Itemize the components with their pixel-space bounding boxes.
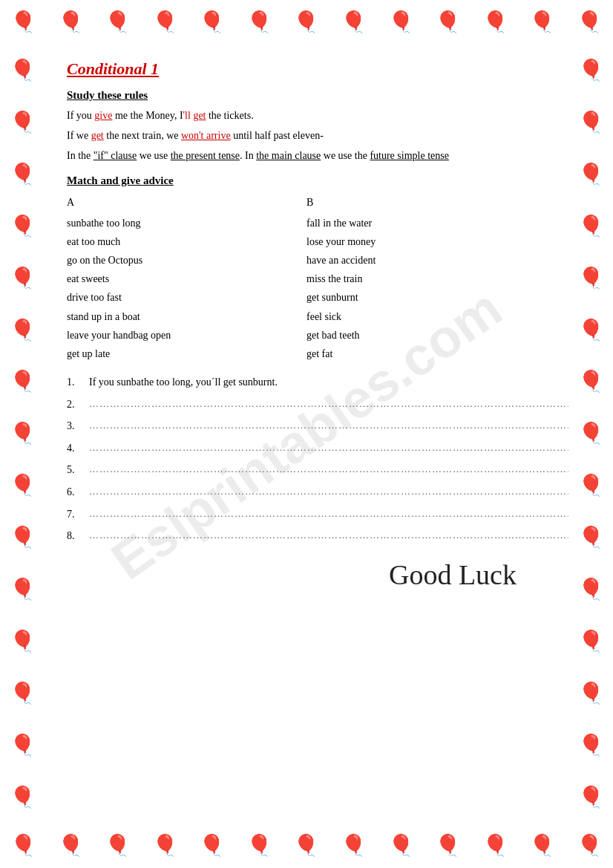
list-item: lose your money bbox=[306, 232, 546, 251]
list-item: get sunburnt bbox=[306, 288, 546, 307]
list-item: go on the Octopus bbox=[67, 251, 306, 270]
list-item: get fat bbox=[306, 345, 546, 363]
exercise-answer-1: If you sunbathe too long, you´ll get sun… bbox=[89, 375, 546, 390]
balloon-icon: 🎈 bbox=[341, 12, 367, 33]
rule2-wont: won't arrive bbox=[181, 130, 231, 141]
list-item: fall in the water bbox=[306, 214, 546, 232]
border-right: 🎈 🎈 🎈 🎈 🎈 🎈 🎈 🎈 🎈 🎈 🎈 🎈 🎈 🎈 🎈 bbox=[568, 45, 613, 823]
balloon-icon: 🎈 bbox=[293, 12, 319, 33]
balloon-icon: 🎈 bbox=[388, 12, 414, 33]
page: 🎈 🎈 🎈 🎈 🎈 🎈 🎈 🎈 🎈 🎈 🎈 🎈 🎈 🎈 🎈 🎈 🎈 🎈 🎈 🎈 … bbox=[0, 0, 613, 868]
balloon-icon: 🎈 bbox=[578, 268, 604, 289]
balloon-icon: 🎈 bbox=[293, 835, 319, 856]
balloon-icon: 🎈 bbox=[578, 320, 604, 341]
balloon-icon: 🎈 bbox=[10, 527, 36, 548]
balloon-icon: 🎈 bbox=[10, 475, 36, 496]
exercise-num-1: 1. bbox=[67, 375, 85, 390]
balloon-icon: 🎈 bbox=[435, 12, 461, 33]
balloon-icon: 🎈 bbox=[58, 835, 84, 856]
exercise-dots-5: …………………………………………………………………………………………………………… bbox=[89, 463, 568, 476]
list-item: eat sweets bbox=[67, 270, 306, 288]
rule1: If you give me the Money, I'll get the t… bbox=[67, 108, 546, 123]
balloon-icon: 🎈 bbox=[10, 423, 36, 444]
balloon-icon: 🎈 bbox=[10, 835, 36, 856]
section2-heading: Match and give advice bbox=[67, 174, 546, 187]
exercise-4: 4. …………………………………………………………………………………………………… bbox=[67, 441, 546, 456]
balloon-icon: 🎈 bbox=[10, 12, 36, 33]
balloon-icon: 🎈 bbox=[246, 835, 272, 856]
balloon-icon: 🎈 bbox=[578, 631, 604, 652]
balloon-icon: 🎈 bbox=[578, 423, 604, 444]
exercise-num-8: 8. bbox=[67, 529, 85, 544]
exercises-section: 1. If you sunbathe too long, you´ll get … bbox=[67, 375, 546, 544]
future-simple: future simple tense bbox=[370, 150, 449, 161]
balloon-icon: 🎈 bbox=[577, 12, 603, 33]
border-left: 🎈 🎈 🎈 🎈 🎈 🎈 🎈 🎈 🎈 🎈 🎈 🎈 🎈 🎈 🎈 bbox=[0, 45, 45, 823]
balloon-icon: 🎈 bbox=[435, 835, 461, 856]
balloon-icon: 🎈 bbox=[578, 787, 604, 808]
present-tense: the present tense bbox=[171, 150, 240, 161]
balloon-icon: 🎈 bbox=[199, 835, 225, 856]
exercise-dots-6: …………………………………………………………………………………………………………… bbox=[89, 485, 568, 498]
exercise-6: 6. …………………………………………………………………………………………………… bbox=[67, 485, 546, 500]
balloon-icon: 🎈 bbox=[578, 164, 604, 185]
exercise-8: 8. …………………………………………………………………………………………………… bbox=[67, 529, 546, 544]
list-item: get up late bbox=[67, 345, 306, 363]
balloon-icon: 🎈 bbox=[10, 683, 36, 704]
list-item: stand up in a boat bbox=[67, 307, 306, 326]
balloon-icon: 🎈 bbox=[10, 112, 36, 133]
balloon-icon: 🎈 bbox=[578, 216, 604, 237]
good-luck-text: Good Luck bbox=[67, 558, 546, 591]
exercise-2: 2. …………………………………………………………………………………………………… bbox=[67, 397, 546, 412]
balloon-icon: 🎈 bbox=[10, 164, 36, 185]
balloon-icon: 🎈 bbox=[578, 527, 604, 548]
list-item: sunbathe too long bbox=[67, 214, 306, 232]
rule2: If we get the next train, we won't arriv… bbox=[67, 128, 546, 143]
rule2-pre: If we bbox=[67, 130, 91, 141]
exercise-3: 3. …………………………………………………………………………………………………… bbox=[67, 419, 546, 434]
balloon-icon: 🎈 bbox=[10, 371, 36, 392]
balloon-icon: 🎈 bbox=[152, 835, 178, 856]
balloon-icon: 🎈 bbox=[578, 735, 604, 756]
rule1-mid: me the Money, I bbox=[112, 110, 183, 121]
balloon-icon: 🎈 bbox=[58, 12, 84, 33]
balloon-icon: 🎈 bbox=[246, 12, 272, 33]
explanation: In the "if" clause we use the present te… bbox=[67, 148, 546, 164]
match-section: A sunbathe too long eat too much go on t… bbox=[67, 193, 546, 363]
list-item: drive too fast bbox=[67, 288, 306, 307]
balloon-icon: 🎈 bbox=[10, 320, 36, 341]
col-b-header: B bbox=[306, 193, 546, 212]
exercise-num-7: 7. bbox=[67, 507, 85, 522]
balloon-icon: 🎈 bbox=[10, 787, 36, 808]
rule1-post: the tickets. bbox=[206, 110, 253, 121]
balloon-icon: 🎈 bbox=[10, 268, 36, 289]
exercise-1: 1. If you sunbathe too long, you´ll get … bbox=[67, 375, 546, 390]
balloon-icon: 🎈 bbox=[10, 579, 36, 600]
main-clause: the main clause bbox=[256, 150, 321, 161]
exercise-dots-2: …………………………………………………………………………………………………………… bbox=[89, 397, 568, 411]
balloon-icon: 🎈 bbox=[10, 735, 36, 756]
page-title: Conditional 1 bbox=[67, 59, 546, 79]
rule1-get: get bbox=[193, 110, 206, 121]
balloon-icon: 🎈 bbox=[105, 835, 131, 856]
balloon-icon: 🎈 bbox=[10, 60, 36, 81]
balloon-icon: 🎈 bbox=[577, 835, 603, 856]
border-top: 🎈 🎈 🎈 🎈 🎈 🎈 🎈 🎈 🎈 🎈 🎈 🎈 🎈 bbox=[0, 0, 613, 45]
exercise-dots-3: …………………………………………………………………………………………………………… bbox=[89, 419, 568, 432]
rule1-give: give bbox=[94, 110, 112, 121]
exercise-num-5: 5. bbox=[67, 463, 85, 477]
rule1-ll: 'll bbox=[183, 110, 194, 121]
exercise-dots-4: …………………………………………………………………………………………………………… bbox=[89, 441, 568, 454]
exercise-7: 7. …………………………………………………………………………………………………… bbox=[67, 507, 546, 522]
balloon-icon: 🎈 bbox=[578, 371, 604, 392]
balloon-icon: 🎈 bbox=[152, 12, 178, 33]
exercise-dots-8: …………………………………………………………………………………………………………… bbox=[89, 529, 568, 542]
balloon-icon: 🎈 bbox=[578, 60, 604, 81]
col-a-header: A bbox=[67, 193, 306, 212]
balloon-icon: 🎈 bbox=[105, 12, 131, 33]
balloon-icon: 🎈 bbox=[578, 475, 604, 496]
main-content: Conditional 1 Study these rules If you g… bbox=[45, 45, 568, 823]
match-columns: A sunbathe too long eat too much go on t… bbox=[67, 193, 546, 363]
balloon-icon: 🎈 bbox=[482, 835, 508, 856]
column-b: B fall in the water lose your money have… bbox=[306, 193, 546, 363]
